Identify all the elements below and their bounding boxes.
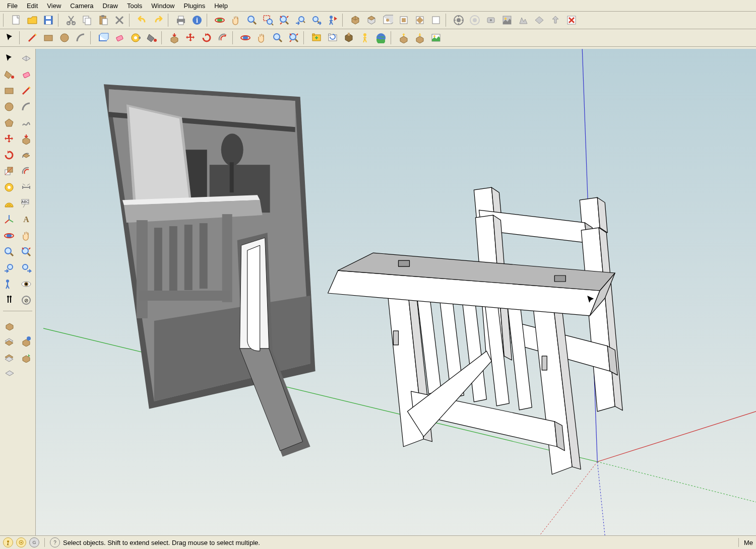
upload-icon[interactable] xyxy=(412,30,427,45)
3d-viewport[interactable] xyxy=(36,49,756,536)
share-model-icon[interactable] xyxy=(467,13,482,28)
tape-icon[interactable] xyxy=(128,30,143,45)
circle2-icon[interactable] xyxy=(2,99,17,114)
offset-icon[interactable] xyxy=(215,30,230,45)
push-pull-icon[interactable] xyxy=(167,30,182,45)
3d-text-icon[interactable]: A xyxy=(19,212,34,227)
look-around-icon[interactable] xyxy=(19,277,34,292)
cut-icon[interactable] xyxy=(64,13,79,28)
component-attributes-icon[interactable] xyxy=(19,333,34,349)
share3-icon[interactable] xyxy=(396,30,411,45)
text-label-icon[interactable]: ABC xyxy=(19,196,34,211)
zoom-extents-icon[interactable] xyxy=(277,13,292,28)
next-icon[interactable] xyxy=(309,13,324,28)
model-info-icon[interactable]: i xyxy=(190,13,205,28)
share4-icon[interactable] xyxy=(19,350,34,365)
rectangle2-icon[interactable] xyxy=(2,83,17,98)
back-icon[interactable] xyxy=(412,13,427,28)
walk2-icon[interactable] xyxy=(2,293,17,308)
rectangle-icon[interactable] xyxy=(41,30,56,45)
arc2-icon[interactable] xyxy=(19,99,34,114)
update-scene-icon[interactable] xyxy=(325,30,340,45)
axes-icon[interactable] xyxy=(2,212,17,227)
pan2-icon[interactable] xyxy=(254,30,269,45)
pan-icon[interactable] xyxy=(228,13,243,28)
copy-icon[interactable] xyxy=(80,13,95,28)
toggle-terrain2-icon[interactable] xyxy=(2,366,17,381)
play-icon[interactable] xyxy=(341,30,356,45)
protractor-icon[interactable] xyxy=(2,196,17,211)
interact-icon[interactable] xyxy=(2,350,17,365)
walk-icon[interactable] xyxy=(357,30,372,45)
menu-view[interactable]: View xyxy=(43,1,65,11)
redo-icon[interactable] xyxy=(151,13,166,28)
make-component-icon[interactable] xyxy=(96,30,111,45)
menu-help[interactable]: Help xyxy=(210,1,232,11)
orbit2-icon[interactable] xyxy=(238,30,253,45)
menu-file[interactable]: File xyxy=(3,1,22,11)
zoom3-icon[interactable] xyxy=(2,244,17,259)
zoom-icon[interactable] xyxy=(244,13,260,28)
polygon-icon[interactable] xyxy=(2,115,17,130)
dimension-icon[interactable] xyxy=(19,180,34,195)
save-icon[interactable] xyxy=(41,13,56,28)
move2-icon[interactable] xyxy=(2,131,17,147)
rotate2-icon[interactable] xyxy=(2,148,17,163)
get-location-icon[interactable] xyxy=(428,30,444,45)
outliner-icon[interactable] xyxy=(2,317,17,332)
open-icon[interactable] xyxy=(25,13,40,28)
rotate-icon[interactable] xyxy=(199,30,214,45)
menu-camera[interactable]: Camera xyxy=(66,1,97,11)
geo-toggle-1-icon[interactable] xyxy=(3,537,13,547)
preview-icon[interactable] xyxy=(532,13,547,28)
front-icon[interactable] xyxy=(380,13,395,28)
select-icon[interactable] xyxy=(2,30,17,45)
close-icon[interactable] xyxy=(564,13,579,28)
export-icon[interactable] xyxy=(548,13,563,28)
section-plane-icon[interactable] xyxy=(19,51,34,66)
previous2-icon[interactable] xyxy=(2,260,17,276)
move-icon[interactable] xyxy=(183,30,198,45)
menu-draw[interactable]: Draw xyxy=(99,1,122,11)
get-models-icon[interactable] xyxy=(451,13,466,28)
credits-icon[interactable]: G xyxy=(29,537,39,547)
position-camera-icon[interactable] xyxy=(325,13,340,28)
geo-toggle-2-icon[interactable] xyxy=(16,537,26,547)
next2-icon[interactable] xyxy=(19,260,34,276)
menu-window[interactable]: Window xyxy=(147,1,178,11)
section-display-icon[interactable]: ⊘ xyxy=(19,293,34,308)
follow-me-icon[interactable] xyxy=(19,148,34,163)
iso-icon[interactable] xyxy=(348,13,363,28)
line-icon[interactable] xyxy=(25,30,40,45)
arc-icon[interactable] xyxy=(73,30,88,45)
push-pull2-icon[interactable] xyxy=(19,131,34,147)
zoom-extents3-icon[interactable] xyxy=(19,244,34,259)
left-icon[interactable] xyxy=(428,13,444,28)
paint-bucket2-icon[interactable] xyxy=(2,67,17,82)
previous-icon[interactable] xyxy=(293,13,308,28)
line2-icon[interactable] xyxy=(19,83,34,98)
new-icon[interactable] xyxy=(9,13,24,28)
circle-icon[interactable] xyxy=(57,30,72,45)
undo-icon[interactable] xyxy=(135,13,150,28)
freehand-icon[interactable] xyxy=(19,115,34,130)
orbit-icon[interactable] xyxy=(212,13,227,28)
pan3-icon[interactable] xyxy=(19,228,34,243)
component-options-icon[interactable] xyxy=(2,333,17,349)
scale-icon[interactable] xyxy=(2,164,17,179)
zoom-window-icon[interactable] xyxy=(261,13,276,28)
share-component-icon[interactable] xyxy=(483,13,498,28)
position-camera2-icon[interactable] xyxy=(2,277,17,292)
google-earth-icon[interactable] xyxy=(373,30,389,45)
toggle-terrain-icon[interactable] xyxy=(499,13,515,28)
add-location-icon[interactable] xyxy=(516,13,531,28)
right-icon[interactable] xyxy=(396,13,411,28)
zoom2-icon[interactable] xyxy=(270,30,285,45)
top-icon[interactable] xyxy=(364,13,379,28)
eraser-icon[interactable] xyxy=(112,30,127,45)
orbit3-icon[interactable] xyxy=(2,228,17,243)
menu-edit[interactable]: Edit xyxy=(23,1,42,11)
paint-bucket-icon[interactable] xyxy=(144,30,159,45)
select2-icon[interactable] xyxy=(2,51,17,66)
zoom-extents2-icon[interactable] xyxy=(286,30,301,45)
